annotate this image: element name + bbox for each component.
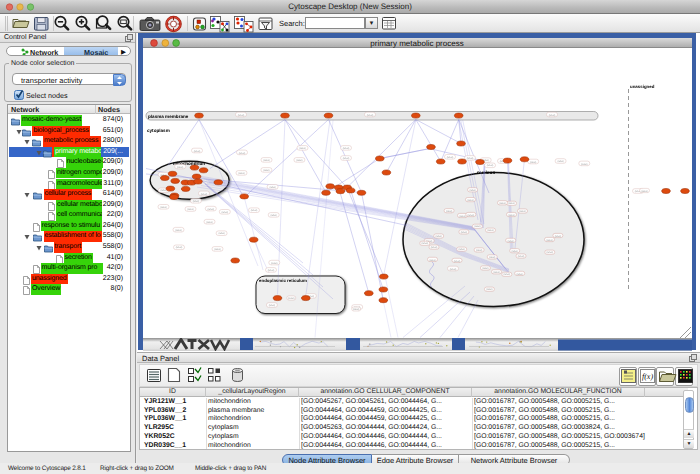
- svg-text:(label): (label): [519, 210, 526, 213]
- svg-text:(label): (label): [474, 225, 481, 228]
- svg-text:(label): (label): [342, 147, 349, 150]
- svg-text:(label): (label): [214, 248, 221, 251]
- svg-text:(label): (label): [459, 214, 466, 217]
- svg-text:(label): (label): [429, 258, 436, 261]
- svg-text:(label): (label): [177, 165, 184, 168]
- svg-text:(label): (label): [270, 214, 277, 217]
- svg-text:(label): (label): [482, 267, 489, 270]
- svg-text:(label): (label): [641, 189, 648, 192]
- svg-text:(label): (label): [511, 249, 518, 252]
- svg-text:(label): (label): [516, 272, 523, 275]
- svg-text:(label): (label): [453, 259, 460, 262]
- svg-text:(label): (label): [467, 198, 474, 201]
- svg-text:(label): (label): [175, 246, 182, 249]
- svg-text:(label): (label): [267, 269, 274, 272]
- svg-text:(label): (label): [237, 113, 244, 116]
- svg-text:(label): (label): [487, 229, 494, 232]
- svg-text:(label): (label): [507, 239, 514, 242]
- svg-text:unassigned: unassigned: [630, 83, 654, 88]
- svg-text:(label): (label): [581, 162, 588, 165]
- svg-text:(label): (label): [288, 297, 295, 300]
- svg-text:(label): (label): [445, 209, 452, 212]
- svg-text:(label): (label): [250, 209, 257, 212]
- svg-text:(label): (label): [503, 273, 510, 276]
- svg-text:(label): (label): [366, 113, 373, 116]
- svg-text:(label): (label): [268, 304, 275, 307]
- svg-text:(label): (label): [269, 185, 276, 188]
- svg-text:(label): (label): [421, 242, 428, 245]
- svg-text:(label): (label): [557, 160, 564, 163]
- svg-text:(label): (label): [475, 249, 482, 252]
- svg-text:(label): (label): [517, 255, 524, 258]
- svg-text:(label): (label): [218, 232, 225, 235]
- svg-text:(label): (label): [554, 234, 561, 237]
- svg-text:(label): (label): [508, 202, 515, 205]
- svg-text:(label): (label): [493, 270, 500, 273]
- svg-text:(label): (label): [466, 157, 473, 160]
- svg-text:(label): (label): [238, 151, 245, 154]
- svg-text:(label): (label): [435, 235, 442, 238]
- svg-text:(label): (label): [299, 147, 306, 150]
- svg-text:(label): (label): [221, 210, 228, 213]
- svg-text:(label): (label): [530, 160, 537, 163]
- svg-text:(label): (label): [486, 164, 493, 167]
- svg-text:(label): (label): [192, 199, 199, 202]
- svg-text:plasma membrane: plasma membrane: [148, 114, 188, 119]
- svg-text:(label): (label): [206, 220, 213, 223]
- svg-text:(label): (label): [546, 238, 553, 241]
- svg-text:(label): (label): [193, 149, 200, 152]
- svg-text:(label): (label): [489, 256, 496, 259]
- svg-text:(label): (label): [430, 246, 437, 249]
- svg-text:(label): (label): [458, 248, 465, 251]
- svg-text:endoplasmic reticulum: endoplasmic reticulum: [259, 277, 307, 282]
- svg-text:(label): (label): [469, 188, 476, 191]
- svg-text:(label): (label): [446, 155, 453, 158]
- svg-text:(label): (label): [207, 207, 214, 210]
- svg-text:(label): (label): [271, 261, 278, 264]
- svg-text:(label): (label): [467, 213, 474, 216]
- svg-text:(label): (label): [460, 231, 467, 234]
- svg-text:(label): (label): [486, 288, 493, 291]
- svg-text:(label): (label): [175, 228, 182, 231]
- svg-text:(label): (label): [449, 267, 456, 270]
- svg-text:(label): (label): [546, 251, 553, 254]
- svg-text:(label): (label): [296, 159, 303, 162]
- svg-text:(label): (label): [263, 159, 270, 162]
- svg-text:(label): (label): [499, 201, 506, 204]
- svg-text:f(x): f(x): [642, 372, 653, 381]
- svg-text:(label): (label): [263, 169, 270, 172]
- svg-text:(label): (label): [160, 205, 167, 208]
- svg-text:(label): (label): [200, 192, 207, 195]
- svg-text:(label): (label): [187, 208, 194, 211]
- svg-text:(label): (label): [342, 157, 349, 160]
- svg-text:cytoplasm: cytoplasm: [147, 128, 170, 133]
- svg-text:(label): (label): [353, 308, 360, 311]
- svg-text:(label): (label): [548, 113, 555, 116]
- svg-text:(label): (label): [238, 172, 245, 175]
- svg-text:(label): (label): [508, 213, 515, 216]
